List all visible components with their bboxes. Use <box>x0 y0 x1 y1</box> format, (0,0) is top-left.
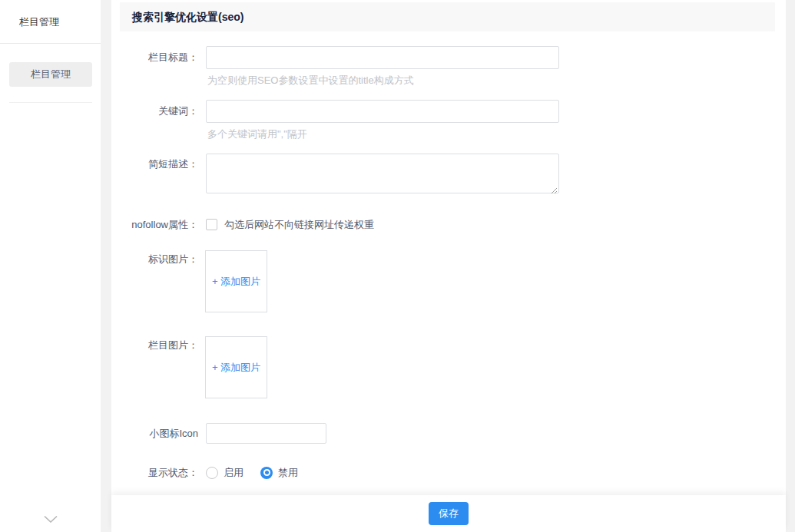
form-row-nofollow: nofollow属性： 勾选后网站不向链接网址传递权重 <box>111 218 786 231</box>
column-title-label: 栏目标题： <box>111 46 198 69</box>
add-image-button[interactable]: + 添加图片 <box>212 361 260 375</box>
form-row-logo-image: 标识图片： + 添加图片 <box>111 250 786 312</box>
scrollbar-track[interactable] <box>786 0 795 532</box>
small-icon-input[interactable] <box>206 423 326 444</box>
radio-option-enable[interactable]: 启用 <box>206 466 243 480</box>
sidebar-gutter <box>101 0 111 532</box>
form-row-column-image: 栏目图片： + 添加图片 <box>111 336 786 398</box>
sidebar-item-column-management[interactable]: 栏目管理 <box>9 62 92 87</box>
sidebar-title: 栏目管理 <box>0 0 101 44</box>
radio-unselected-icon <box>206 467 218 479</box>
sidebar-item-label: 栏目管理 <box>31 68 71 80</box>
form-row-keywords: 关键词： <box>111 100 786 123</box>
main-panel: 搜索引擎优化设置(seo) 栏目标题： 为空则使用SEO参数设置中设置的titl… <box>111 0 786 532</box>
sidebar-collapse-button[interactable] <box>0 514 101 526</box>
nofollow-checkbox[interactable] <box>206 219 217 230</box>
nofollow-label: nofollow属性： <box>111 218 198 231</box>
column-image-upload-box[interactable]: + 添加图片 <box>205 336 267 398</box>
keywords-hint: 多个关键词请用","隔开 <box>207 127 307 141</box>
form-row-description: 简短描述： <box>111 154 786 193</box>
radio-option-disable[interactable]: 禁用 <box>260 466 298 480</box>
description-textarea[interactable] <box>206 154 559 193</box>
save-button[interactable]: 保存 <box>429 502 469 525</box>
form-row-small-icon: 小图标Icon <box>111 423 786 444</box>
radio-option-label: 禁用 <box>278 466 298 480</box>
sidebar-divider <box>9 102 92 103</box>
form-row-column-title: 栏目标题： <box>111 46 786 69</box>
radio-selected-icon <box>260 467 273 479</box>
column-title-hint: 为空则使用SEO参数设置中设置的title构成方式 <box>207 74 414 88</box>
logo-image-label: 标识图片： <box>111 253 198 266</box>
keywords-input[interactable] <box>206 100 559 123</box>
column-image-label: 栏目图片： <box>111 339 198 352</box>
keywords-label: 关键词： <box>111 100 198 123</box>
page-title: 搜索引擎优化设置(seo) <box>120 2 775 31</box>
radio-option-label: 启用 <box>224 466 243 480</box>
small-icon-label: 小图标Icon <box>111 423 198 444</box>
column-title-input[interactable] <box>206 46 559 69</box>
resize-handle-icon[interactable] <box>551 185 558 192</box>
form-row-display-status: 显示状态： 启用 禁用 <box>111 466 786 479</box>
logo-image-upload-box[interactable]: + 添加图片 <box>205 250 267 312</box>
sidebar: 栏目管理 栏目管理 <box>0 0 101 532</box>
add-image-button[interactable]: + 添加图片 <box>212 275 260 289</box>
description-label: 简短描述： <box>111 157 198 171</box>
nofollow-checkbox-label: 勾选后网站不向链接网址传递权重 <box>224 218 374 232</box>
form-footer: 保存 <box>111 495 786 532</box>
chevron-down-icon <box>43 514 58 526</box>
display-status-label: 显示状态： <box>111 466 198 479</box>
